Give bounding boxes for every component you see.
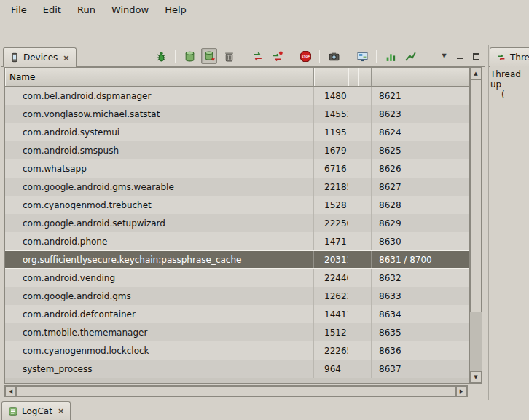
status-cell <box>358 105 372 123</box>
process-row[interactable]: system_process9648637 <box>5 360 469 378</box>
status-cell <box>358 341 372 360</box>
debug-process-icon[interactable] <box>153 48 169 64</box>
systrace-icon[interactable] <box>383 48 399 64</box>
scroll-up-button[interactable]: ▲ <box>470 68 482 79</box>
process-row[interactable]: com.android.defcontainer144118634 <box>5 305 469 323</box>
status-cell <box>348 214 358 232</box>
ui-hierarchy-icon[interactable] <box>354 48 370 64</box>
horizontal-scrollbar-thumb[interactable] <box>16 386 456 397</box>
start-method-profiling-icon[interactable] <box>269 48 285 64</box>
process-row[interactable]: com.cyanogenmod.lockclock222658636 <box>5 341 469 360</box>
update-threads-icon[interactable] <box>249 48 265 64</box>
process-name: com.tmobile.thememanager <box>5 323 314 341</box>
process-port: 8632 <box>372 269 469 287</box>
process-name: com.cyanogenmod.trebuchet <box>5 196 314 214</box>
devices-toolbar-icons: STOP <box>153 48 418 64</box>
process-port: 8635 <box>372 323 469 341</box>
process-row[interactable]: com.tmobile.thememanager15128635 <box>5 323 469 341</box>
process-row[interactable]: com.cyanogenmod.trebuchet15288628 <box>5 196 469 214</box>
process-row[interactable]: com.google.android.gms.wearable221858627 <box>5 178 469 196</box>
stop-process-icon[interactable]: STOP <box>297 48 313 64</box>
process-row[interactable]: org.sufficientlysecure.keychain:passphra… <box>5 250 469 269</box>
process-port: 8631 / 8700 <box>372 251 469 268</box>
process-name: org.sufficientlysecure.keychain:passphra… <box>5 251 314 268</box>
process-port: 8633 <box>372 287 469 305</box>
process-row[interactable]: com.bel.android.dspmanager14808621 <box>5 87 469 105</box>
main-toolbar <box>0 20 529 44</box>
process-row[interactable]: com.whatsapp67168626 <box>5 159 469 178</box>
menu-file[interactable]: File <box>3 1 35 19</box>
status-cell <box>358 141 372 159</box>
status-cell <box>348 360 358 378</box>
column-header-status1[interactable] <box>348 68 358 87</box>
status-cell <box>348 341 358 360</box>
menu-run[interactable]: Run <box>69 1 103 19</box>
devices-panel: Devices × STOP ▼ Name com.bel.android.ds… <box>1 45 485 400</box>
screen-capture-icon[interactable] <box>326 48 342 64</box>
process-row[interactable]: com.vonglasow.michael.satstat145538623 <box>5 105 469 123</box>
tab-threads[interactable]: Threads <box>490 47 529 67</box>
process-name: com.android.vending <box>5 269 314 287</box>
menu-help[interactable]: Help <box>157 1 195 19</box>
process-name: com.cyanogenmod.lockclock <box>5 341 314 360</box>
devices-tabbar: Devices × STOP ▼ <box>1 45 485 67</box>
dump-hprof-icon[interactable] <box>201 48 217 64</box>
tab-devices-label: Devices <box>23 52 58 63</box>
process-pid: 14411 <box>314 305 348 323</box>
update-heap-icon[interactable] <box>181 48 197 64</box>
column-header-status2[interactable] <box>358 68 372 87</box>
process-pid: 12623 <box>314 287 348 305</box>
status-cell <box>358 251 372 268</box>
status-cell <box>348 141 358 159</box>
scroll-down-button[interactable]: ▼ <box>470 371 482 383</box>
column-header-pid[interactable] <box>314 68 348 87</box>
process-pid: 22250 <box>314 214 348 232</box>
process-row[interactable]: com.google.android.gms126238633 <box>5 287 469 305</box>
process-row[interactable]: com.android.vending224408632 <box>5 269 469 287</box>
process-row[interactable]: com.android.systemui11958624 <box>5 123 469 141</box>
process-pid: 22440 <box>314 269 348 287</box>
process-name: system_process <box>5 360 314 378</box>
process-row[interactable]: com.google.android.setupwizard222508629 <box>5 214 469 232</box>
close-icon[interactable]: × <box>56 406 64 416</box>
process-port: 8628 <box>372 196 469 214</box>
process-port: 8625 <box>372 141 469 159</box>
process-pid: 14553 <box>314 105 348 123</box>
toolbar-separator <box>319 50 320 63</box>
process-port: 8623 <box>372 105 469 123</box>
process-port: 8621 <box>372 87 469 105</box>
opengl-trace-icon[interactable] <box>402 48 418 64</box>
scroll-right-button[interactable]: ▶ <box>456 386 467 397</box>
maximize-button[interactable] <box>470 50 482 62</box>
status-cell <box>358 123 372 141</box>
column-header-name[interactable]: Name <box>5 68 314 87</box>
process-pid: 6716 <box>314 159 348 178</box>
status-cell <box>358 196 372 214</box>
toolbar-separator <box>348 50 348 63</box>
process-port: 8626 <box>372 159 469 178</box>
vertical-scrollbar[interactable]: ▲ ▼ <box>469 68 482 383</box>
minimize-button[interactable] <box>454 50 466 62</box>
tab-logcat[interactable]: LogCat × <box>1 401 71 420</box>
logcat-icon <box>8 406 18 416</box>
menu-window[interactable]: Window <box>103 1 157 19</box>
tab-threads-label: Threads <box>510 52 529 63</box>
process-port: 8630 <box>372 232 469 250</box>
bottom-bar: LogCat × <box>0 400 529 420</box>
process-row[interactable]: com.android.smspush16798625 <box>5 141 469 159</box>
menu-edit[interactable]: Edit <box>35 1 69 19</box>
tab-devices[interactable]: Devices × <box>3 47 77 67</box>
scroll-left-button[interactable]: ◀ <box>5 386 16 397</box>
process-row[interactable]: com.android.phone14718630 <box>5 232 469 250</box>
horizontal-scrollbar[interactable]: ◀ ▶ <box>4 385 468 397</box>
toolbar-separator <box>291 50 291 63</box>
status-cell <box>348 323 358 341</box>
cause-gc-icon[interactable] <box>221 48 237 64</box>
process-name: com.google.android.gms <box>5 287 314 305</box>
column-header-port[interactable] <box>372 68 469 87</box>
vertical-scrollbar-thumb[interactable] <box>470 79 482 312</box>
view-menu-button[interactable]: ▼ <box>438 50 450 62</box>
close-icon[interactable]: × <box>61 53 69 63</box>
threads-tabbar: Threads <box>489 45 529 67</box>
toolbar-separator <box>243 50 243 63</box>
